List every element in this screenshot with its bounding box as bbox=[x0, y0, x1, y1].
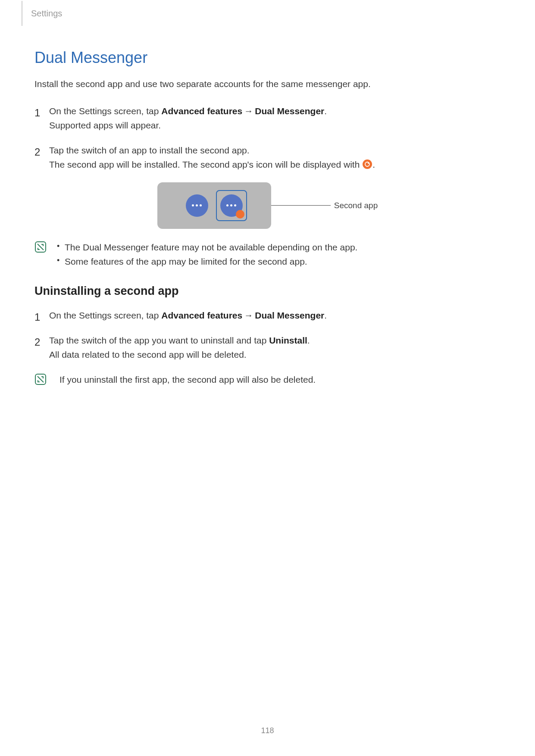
step-detail: Supported apps will appear. bbox=[49, 118, 501, 133]
install-steps-list: On the Settings screen, tap Advanced fea… bbox=[34, 104, 501, 172]
note-list: The Dual Messenger feature may not be av… bbox=[55, 240, 357, 269]
intro-paragraph: Install the second app and use two separ… bbox=[34, 77, 501, 91]
svg-point-2 bbox=[368, 162, 369, 164]
bold-dual-messenger: Dual Messenger bbox=[255, 106, 324, 116]
second-app-figure: Second app bbox=[34, 182, 501, 229]
dual-app-badge-icon bbox=[362, 159, 372, 169]
step-detail: The second app will be installed. The se… bbox=[49, 159, 362, 169]
step-text: Tap the switch of the app you want to un… bbox=[49, 335, 269, 345]
step-1: On the Settings screen, tap Advanced fea… bbox=[34, 308, 501, 323]
page-title: Dual Messenger bbox=[34, 49, 501, 67]
bold-uninstall: Uninstall bbox=[269, 335, 307, 345]
bold-advanced-features: Advanced features bbox=[161, 310, 242, 320]
note-item: Some features of the app may be limited … bbox=[55, 254, 357, 269]
note-block-2: If you uninstall the first app, the seco… bbox=[34, 372, 501, 387]
uninstall-steps-list: On the Settings screen, tap Advanced fea… bbox=[34, 308, 501, 362]
step-text: . bbox=[372, 159, 375, 169]
bold-dual-messenger: Dual Messenger bbox=[255, 310, 324, 320]
step-text: On the Settings screen, tap bbox=[49, 106, 161, 116]
note-icon bbox=[34, 241, 47, 253]
first-app-icon bbox=[181, 190, 213, 221]
step-2: Tap the switch of the app you want to un… bbox=[34, 333, 501, 362]
uninstall-heading: Uninstalling a second app bbox=[34, 284, 501, 298]
step-1: On the Settings screen, tap Advanced fea… bbox=[34, 104, 501, 133]
step-detail: All data related to the second app will … bbox=[49, 347, 501, 362]
chat-bubble-icon bbox=[186, 194, 208, 217]
page-number: 118 bbox=[261, 726, 274, 735]
second-app-icon-selected bbox=[216, 190, 247, 221]
page-header: Settings bbox=[34, 9, 501, 19]
note-block-1: The Dual Messenger feature may not be av… bbox=[34, 240, 501, 269]
arrow-icon: → bbox=[242, 308, 255, 323]
callout-leader-line bbox=[270, 205, 331, 206]
svg-point-0 bbox=[363, 159, 372, 169]
arrow-icon: → bbox=[242, 104, 255, 119]
step-2: Tap the switch of an app to install the … bbox=[34, 143, 501, 172]
header-divider bbox=[22, 1, 22, 26]
callout-label: Second app bbox=[334, 201, 378, 210]
phone-screen bbox=[157, 182, 271, 229]
step-text: Tap the switch of an app to install the … bbox=[49, 145, 250, 155]
chat-bubble-icon bbox=[220, 194, 243, 217]
step-text: . bbox=[324, 106, 327, 116]
breadcrumb: Settings bbox=[31, 9, 501, 19]
step-text: . bbox=[307, 335, 310, 345]
bold-advanced-features: Advanced features bbox=[161, 106, 242, 116]
note-icon bbox=[34, 373, 47, 385]
step-text: . bbox=[324, 310, 327, 320]
step-text: On the Settings screen, tap bbox=[49, 310, 161, 320]
note-text: If you uninstall the first app, the seco… bbox=[55, 372, 316, 387]
note-item: The Dual Messenger feature may not be av… bbox=[55, 240, 357, 255]
